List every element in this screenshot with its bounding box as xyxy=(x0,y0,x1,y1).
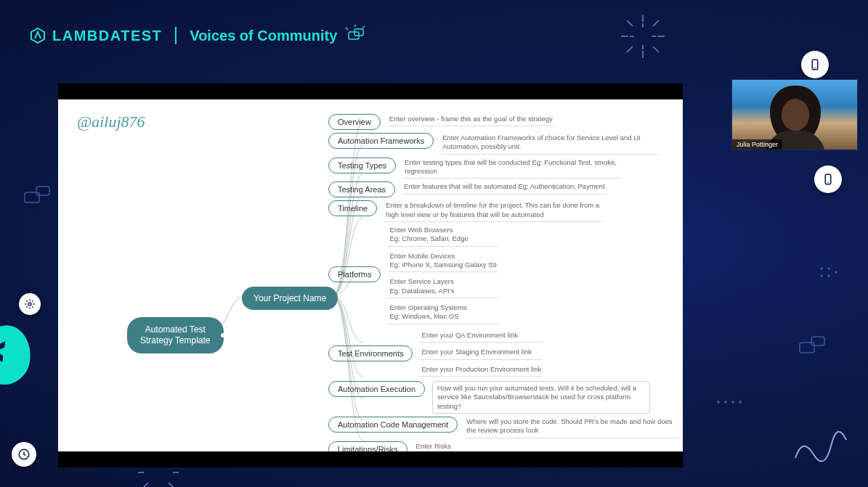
category-detail: Enter your QA Environment link xyxy=(420,330,543,343)
svg-line-12 xyxy=(627,46,633,52)
svg-line-2 xyxy=(346,28,348,30)
teal-blob-decor xyxy=(0,322,34,388)
category-detail: Enter your Production Environment link xyxy=(420,364,543,377)
svg-point-37 xyxy=(835,271,837,273)
project-label: Your Project Name xyxy=(253,293,326,303)
svg-line-10 xyxy=(653,46,659,52)
svg-point-31 xyxy=(731,401,734,404)
mindmap-children: OverviewEnter overview - frame this as t… xyxy=(328,114,678,444)
tagline-text: Voices of Community xyxy=(190,28,337,44)
settings-button[interactable] xyxy=(19,293,41,315)
svg-point-29 xyxy=(717,401,720,404)
svg-rect-25 xyxy=(25,192,39,202)
category-detail: Enter Automation Frameworks of choice fo… xyxy=(441,133,659,155)
device-button-1[interactable] xyxy=(801,51,829,78)
svg-point-35 xyxy=(820,274,822,277)
category-detail: Enter features that will be automated Eg… xyxy=(402,181,607,194)
dots-decor-icon xyxy=(715,396,745,408)
svg-rect-26 xyxy=(36,187,49,195)
phone-icon xyxy=(808,58,822,71)
svg-line-3 xyxy=(362,26,365,28)
category-detail: Enter Mobile Devices Eg: iPhone X, Samsu… xyxy=(388,251,498,273)
category-detail: Enter Web Browsers Eg: Chrome, Safari, E… xyxy=(388,225,498,247)
category-detail: Enter overview - frame this as the goal … xyxy=(388,114,554,126)
svg-line-11 xyxy=(653,20,659,26)
category-automation-frameworks: Automation Frameworks xyxy=(328,133,434,149)
lambdatest-mark-icon xyxy=(29,27,46,44)
svg-point-39 xyxy=(814,67,816,69)
category-automation-execution: Automation Execution xyxy=(328,381,425,397)
svg-point-32 xyxy=(739,401,742,404)
category-detail: Enter your Staging Environment link xyxy=(420,347,543,359)
squiggle-decor-icon xyxy=(788,414,853,472)
category-limitations-risks: Limitations/Risks xyxy=(328,441,407,451)
header-divider xyxy=(175,27,177,44)
category-detail: Enter Service Layers Eg: Databases, API'… xyxy=(388,277,498,298)
svg-line-22 xyxy=(169,483,174,487)
firework-decor-icon xyxy=(621,15,665,58)
history-button[interactable] xyxy=(12,442,36,467)
svg-rect-28 xyxy=(811,337,824,345)
chat-decor-icon xyxy=(23,185,55,207)
category-testing-types: Testing Types xyxy=(328,157,396,173)
category-detail: Enter a breakdown of timeline for the pr… xyxy=(384,200,602,222)
category-code-management: Automation Code Management xyxy=(328,417,458,433)
brand-text: LAMBDATEST xyxy=(52,28,162,44)
svg-point-41 xyxy=(827,182,829,184)
mindmap: Automated Test Strategy Template Your Pr… xyxy=(58,107,683,451)
svg-point-33 xyxy=(820,267,822,269)
chat-decor-icon xyxy=(798,335,830,357)
chat-spark-icon xyxy=(343,25,369,46)
speaker-webcam: Julia Pottinger xyxy=(731,79,858,150)
speaker-name-label: Julia Pottinger xyxy=(732,139,782,150)
category-detail: Enter Operating Systems Eg: Windows, Mac… xyxy=(388,303,498,324)
category-test-environments: Test Environments xyxy=(328,345,413,361)
svg-rect-27 xyxy=(800,343,814,353)
brand-logo: LAMBDATEST xyxy=(29,27,162,44)
svg-line-9 xyxy=(627,20,633,26)
device-button-2[interactable] xyxy=(814,165,842,193)
svg-line-24 xyxy=(143,483,148,487)
svg-point-34 xyxy=(827,267,830,269)
svg-point-36 xyxy=(827,274,830,277)
svg-point-30 xyxy=(724,401,727,404)
category-detail: Enter Risks xyxy=(415,441,453,451)
dots-decor-icon xyxy=(817,264,839,286)
tagline: Voices of Community xyxy=(190,25,369,46)
mindmap-root-node: Automated Test Strategy Template xyxy=(127,317,224,353)
root-label: Automated Test Strategy Template xyxy=(140,324,211,345)
category-detail: Where will you store the code. Should PR… xyxy=(465,417,678,438)
category-timeline: Timeline xyxy=(328,200,377,216)
mindmap-project-node: Your Project Name xyxy=(242,287,338,310)
clock-icon xyxy=(17,448,31,461)
svg-point-42 xyxy=(28,303,31,306)
category-platforms: Platforms xyxy=(328,266,381,282)
category-testing-areas: Testing Areas xyxy=(328,181,395,197)
gear-icon xyxy=(24,298,36,310)
category-overview: Overview xyxy=(328,114,381,130)
phone-icon xyxy=(822,173,835,186)
presentation-slide: @ailuj876 Automated Test Strate xyxy=(58,83,683,467)
category-detail: Enter testing types that will be conduct… xyxy=(403,157,621,179)
category-detail: How will you run your automated tests. W… xyxy=(432,381,650,414)
header: LAMBDATEST Voices of Community xyxy=(0,0,868,46)
